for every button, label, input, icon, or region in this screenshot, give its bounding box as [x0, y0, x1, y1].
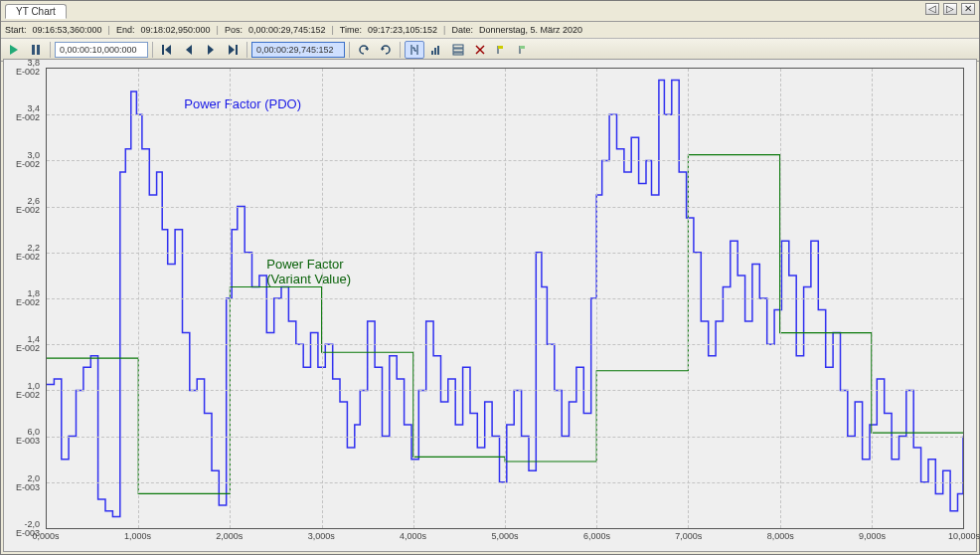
- annotation-variant: Power Factor (Variant Value): [266, 257, 351, 286]
- marker-b-icon: [518, 44, 530, 56]
- svg-marker-4: [165, 45, 171, 55]
- x-axis-labels: 0,000s1,000s2,000s3,000s4,000s5,000s6,00…: [46, 531, 964, 549]
- goto-start-button[interactable]: [157, 41, 177, 59]
- svg-rect-8: [236, 45, 238, 55]
- marker-a-icon: [496, 44, 508, 56]
- svg-marker-5: [186, 45, 192, 55]
- overview-button[interactable]: [426, 41, 446, 59]
- plot-area[interactable]: Power Factor (PDO) Power Factor (Variant…: [46, 68, 964, 529]
- svg-rect-22: [498, 46, 503, 49]
- pause-button[interactable]: [26, 41, 46, 59]
- clear-marks-button[interactable]: [470, 41, 490, 59]
- run-icon: [8, 44, 20, 56]
- pause-icon: [30, 44, 42, 56]
- svg-marker-6: [208, 45, 214, 55]
- overview-icon: [430, 44, 442, 56]
- step-back-icon: [183, 44, 195, 56]
- y-tick-label: 2,0 E-003: [16, 474, 40, 492]
- start-value: 09:16:53,360:000: [33, 25, 102, 35]
- y-tick-label: 3,4 E-002: [16, 104, 40, 122]
- goto-start-icon: [161, 44, 173, 56]
- redo-button[interactable]: [376, 41, 396, 59]
- step-fwd-button[interactable]: [201, 41, 221, 59]
- date-label: Date:: [451, 25, 473, 35]
- x-tick-label: 9,000s: [859, 531, 886, 541]
- y-tick-label: 3,0 E-002: [16, 151, 40, 169]
- marker-b-button[interactable]: [514, 41, 534, 59]
- svg-rect-18: [453, 53, 463, 55]
- position-field[interactable]: 0,00:00:29,745:152: [251, 42, 345, 58]
- pos-label: Pos:: [225, 25, 243, 35]
- marker-a-button[interactable]: [492, 41, 512, 59]
- scroll-right-icon[interactable]: ▷: [943, 3, 957, 15]
- date-value: Donnerstag, 5. März 2020: [479, 25, 582, 35]
- svg-rect-2: [37, 45, 40, 55]
- y-tick-label: 2,6 E-002: [16, 197, 40, 215]
- x-tick-label: 4,000s: [400, 531, 426, 541]
- stack-button[interactable]: [448, 41, 468, 59]
- tab-yt-chart[interactable]: YT Chart: [5, 4, 67, 19]
- redo-icon: [380, 44, 392, 56]
- step-back-button[interactable]: [179, 41, 199, 59]
- time-value: 09:17:23,105:152: [368, 25, 437, 35]
- annotation-pdo: Power Factor (PDO): [184, 96, 301, 111]
- x-tick-label: 1,000s: [124, 531, 151, 541]
- svg-marker-7: [229, 45, 235, 55]
- y-axis-labels: -2,0 E-0032,0 E-0036,0 E-0031,0 E-0021,4…: [6, 68, 44, 529]
- undo-icon: [358, 44, 370, 56]
- svg-marker-0: [10, 45, 18, 55]
- y-tick-label: 1,8 E-002: [16, 289, 40, 307]
- x-tick-label: 0,000s: [32, 531, 59, 541]
- y-tick-label: 1,0 E-002: [16, 382, 40, 400]
- tab-bar: YT Chart ◁ ▷ ✕: [1, 1, 979, 22]
- svg-rect-16: [453, 45, 463, 48]
- start-label: Start:: [5, 25, 27, 35]
- tab-label: YT Chart: [16, 6, 56, 17]
- cursor-toggle-button[interactable]: [405, 41, 424, 59]
- scroll-left-icon[interactable]: ◁: [925, 3, 939, 15]
- end-value: 09:18:02,950:000: [140, 25, 210, 35]
- run-button[interactable]: [4, 41, 24, 59]
- svg-rect-24: [520, 46, 525, 49]
- close-icon[interactable]: ✕: [961, 3, 975, 15]
- goto-end-button[interactable]: [223, 41, 243, 59]
- svg-rect-17: [453, 49, 463, 52]
- range-field-1[interactable]: 0,00:00:10,000:000: [55, 42, 148, 58]
- info-bar: Start: 09:16:53,360:000 | End: 09:18:02,…: [1, 22, 979, 39]
- undo-button[interactable]: [354, 41, 374, 59]
- y-tick-label: 1,4 E-002: [16, 335, 40, 353]
- svg-rect-3: [162, 45, 164, 55]
- step-fwd-icon: [205, 44, 217, 56]
- x-tick-label: 6,000s: [583, 531, 610, 541]
- end-label: End:: [116, 25, 135, 35]
- svg-rect-13: [431, 51, 433, 55]
- x-tick-label: 3,000s: [308, 531, 335, 541]
- y-tick-label: 6,0 E-003: [16, 428, 40, 446]
- time-label: Time:: [340, 25, 362, 35]
- y-tick-label: 2,2 E-002: [16, 244, 40, 262]
- stack-icon: [452, 44, 464, 56]
- x-tick-label: 2,000s: [216, 531, 243, 541]
- chart-area: -2,0 E-0032,0 E-0036,0 E-0031,0 E-0021,4…: [3, 59, 977, 552]
- pos-value: 0,00:00:29,745:152: [248, 25, 326, 35]
- clear-marks-icon: [474, 44, 486, 56]
- x-tick-label: 5,000s: [491, 531, 518, 541]
- svg-rect-14: [434, 48, 436, 55]
- x-tick-label: 10,000s: [948, 531, 980, 541]
- window-controls: ◁ ▷ ✕: [924, 3, 975, 15]
- x-tick-label: 7,000s: [675, 531, 702, 541]
- svg-rect-1: [32, 45, 35, 55]
- cursor-toggle-icon: [408, 44, 420, 56]
- svg-rect-15: [437, 46, 439, 55]
- x-tick-label: 8,000s: [767, 531, 794, 541]
- goto-end-icon: [227, 44, 239, 56]
- y-tick-label: 3,8 E-002: [16, 59, 40, 77]
